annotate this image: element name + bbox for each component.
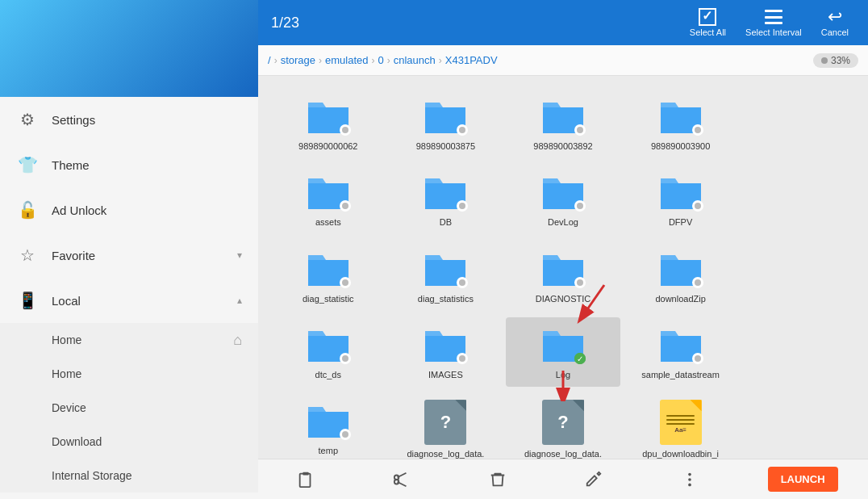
select-all-button[interactable]: Select All — [683, 5, 732, 40]
sidebar-item-favorite[interactable]: ☆ Favorite ▾ — [0, 233, 258, 278]
svg-text:✓: ✓ — [577, 354, 583, 363]
file-name: diag_statistic — [303, 293, 354, 304]
folder-icon-wrap — [421, 171, 469, 213]
file-name: diag_statistics — [418, 293, 474, 304]
folder-badge-green: ✓ — [574, 353, 586, 364]
list-item[interactable]: 989890003892 — [506, 89, 620, 158]
folder-icon-wrap — [539, 171, 587, 213]
list-item[interactable]: 989890000062 — [271, 89, 386, 158]
storage-dot-icon — [821, 57, 828, 64]
breadcrumb: / › storage › emulated › 0 › cnlaunch › … — [258, 45, 868, 76]
svg-point-10 — [688, 472, 691, 476]
breadcrumb-emulated[interactable]: emulated — [325, 54, 368, 66]
file-name: Log — [556, 369, 570, 380]
folder-icon-wrap — [304, 95, 353, 137]
file-name: 989890003900 — [651, 140, 710, 152]
file-name: assets — [315, 216, 341, 228]
sidebar-favorite-label: Favorite — [52, 249, 237, 262]
home1-label: Home — [52, 333, 81, 346]
cancel-icon: ↩ — [824, 8, 846, 26]
list-item[interactable]: dtc_ds — [271, 317, 386, 387]
rename-button[interactable] — [576, 462, 611, 497]
launch-label: LAUNCH — [781, 473, 825, 485]
list-item[interactable]: downloadZip — [624, 241, 738, 311]
paste-button[interactable] — [288, 462, 323, 497]
sidebar-sub-download[interactable]: Download — [0, 425, 258, 459]
breadcrumb-x431padv[interactable]: X431PADV — [445, 54, 498, 66]
internal-storage-label: Internal Storage — [52, 469, 132, 482]
storage-badge: 33% — [813, 53, 858, 68]
list-item[interactable]: temp — [271, 393, 386, 459]
select-interval-button[interactable]: Select Interval — [739, 5, 808, 40]
sidebar-item-theme[interactable]: 👕 Theme — [0, 142, 258, 187]
list-item[interactable]: DFPV — [624, 165, 738, 234]
list-item[interactable]: sample_datastream — [624, 317, 738, 387]
file-count: 1/23 — [271, 15, 683, 31]
sidebar-item-adunlock[interactable]: 🔓 Ad Unlock — [0, 187, 258, 233]
settings-icon: ⚙ — [16, 108, 39, 131]
lines-icon — [765, 8, 782, 26]
unknown-file-icon2: ? — [542, 400, 584, 445]
list-item[interactable]: diag_statistic — [271, 241, 386, 311]
list-item[interactable]: DevLog — [506, 165, 620, 234]
file-name: diagnose_log_data.db-journal — [523, 448, 603, 459]
folder-icon-wrap — [421, 95, 469, 137]
sidebar: ⚙ Settings 👕 Theme 🔓 Ad Unlock ☆ Favorit… — [0, 0, 258, 499]
svg-point-9 — [394, 480, 399, 484]
folder-icon-wrap — [657, 95, 705, 137]
breadcrumb-cnlaunch[interactable]: cnlaunch — [394, 54, 436, 66]
svg-point-11 — [688, 478, 691, 481]
home-icon: ⌂ — [233, 332, 242, 349]
cut-button[interactable] — [384, 462, 419, 497]
file-name: diagnose_log_data.db — [405, 448, 486, 459]
list-item[interactable]: Aa≡ dpu_downloadbin_informatio.txt — [624, 393, 738, 459]
sidebar-sub-home1[interactable]: Home ⌂ — [0, 323, 258, 357]
sidebar-gradient — [0, 0, 258, 97]
list-item[interactable]: 989890003875 — [389, 89, 503, 158]
file-name: downloadZip — [655, 293, 705, 304]
select-interval-label: Select Interval — [745, 27, 802, 37]
select-all-icon — [696, 8, 719, 26]
list-item[interactable]: ? diagnose_log_data.db — [389, 393, 503, 459]
list-item[interactable]: IMAGES — [389, 317, 503, 387]
svg-point-12 — [688, 483, 691, 486]
bottom-toolbar: LAUNCH — [258, 459, 868, 499]
sidebar-adunlock-label: Ad Unlock — [52, 203, 242, 217]
list-item-log[interactable]: ✓ Log — [506, 317, 620, 387]
list-item[interactable]: diag_statistics — [389, 241, 503, 311]
header-actions: Select All Select Interval ↩ Cancel — [683, 5, 855, 40]
file-name: DB — [440, 216, 452, 228]
file-name: 989890003892 — [533, 140, 592, 152]
download-label: Download — [52, 435, 102, 448]
list-item[interactable]: assets — [271, 165, 386, 234]
breadcrumb-root[interactable]: / — [268, 54, 271, 66]
sidebar-item-settings[interactable]: ⚙ Settings — [0, 97, 258, 142]
launch-button[interactable]: LAUNCH — [768, 467, 838, 492]
breadcrumb-storage[interactable]: storage — [281, 54, 315, 66]
cancel-button[interactable]: ↩ Cancel — [815, 5, 855, 40]
sidebar-item-local[interactable]: 📱 Local ▴ — [0, 278, 258, 323]
list-item[interactable]: DB — [389, 165, 503, 234]
select-all-label: Select All — [690, 27, 726, 37]
file-name: dpu_downloadbin_informatio.txt — [641, 448, 721, 459]
file-name: DFPV — [669, 216, 692, 228]
header: 1/23 Select All Select Interval ↩ — [258, 0, 868, 45]
file-name: dtc_ds — [315, 369, 341, 380]
txt-file-icon: Aa≡ — [660, 400, 702, 445]
list-item[interactable]: DIAGNOSTIC — [506, 241, 620, 311]
breadcrumb-0[interactable]: 0 — [378, 54, 383, 66]
sidebar-sub-internal-storage[interactable]: Internal Storage — [0, 459, 258, 493]
list-item[interactable]: 989890003900 — [624, 89, 738, 158]
more-button[interactable] — [672, 462, 707, 497]
list-item[interactable]: ? diagnose_log_data.db-journal — [506, 393, 620, 459]
sidebar-sub-home2[interactable]: Home — [0, 357, 258, 391]
device-label: Device — [52, 401, 86, 414]
sidebar-item-library[interactable]: 📚 Library ▾ — [0, 493, 258, 499]
file-grid: 989890000062 989890003875 989890003892 — [258, 76, 868, 459]
chevron-up-icon: ▴ — [237, 295, 242, 306]
main-area: 1/23 Select All Select Interval ↩ — [258, 0, 868, 499]
sidebar-sub-device[interactable]: Device — [0, 391, 258, 425]
folder-badge — [692, 124, 703, 136]
delete-button[interactable] — [480, 462, 515, 497]
storage-percent: 33% — [831, 55, 850, 66]
